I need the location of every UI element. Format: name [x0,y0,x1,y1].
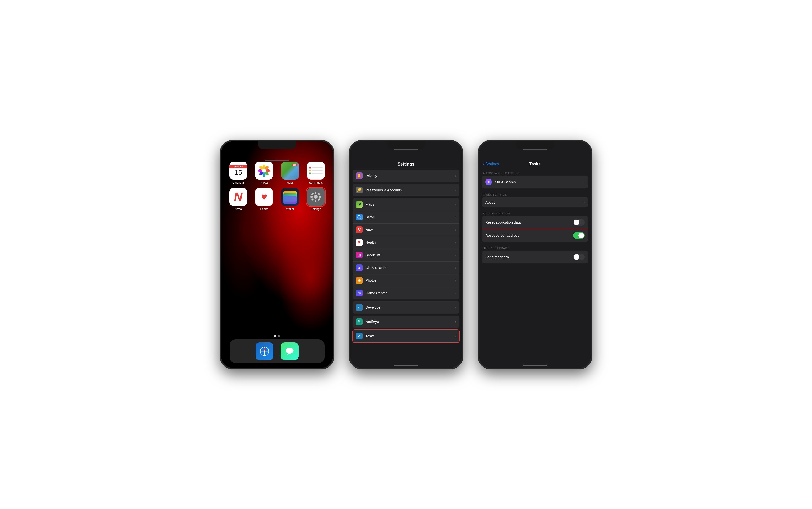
app-icon-settings [307,188,325,206]
settings-row-developer[interactable]: ⬦ Developer › [353,301,459,314]
tasks-row-send-feedback[interactable]: Send feedback [482,250,588,264]
tasks-row-siri-search[interactable]: Siri & Search › [482,176,588,189]
dot-1 [274,335,276,337]
maps-icon: 🗺 [356,201,362,208]
settings-group-notifeye: 🔍 NotifEye › [353,315,459,328]
developer-icon: ⬦ [356,304,362,311]
settings-group-apps: 🗺 Maps › Safari › N News [353,198,459,299]
shortcuts-label: Shortcuts [365,253,455,257]
app-item-wallet[interactable]: Wallet [279,188,301,211]
app-label-wallet: Wallet [286,207,294,211]
svg-point-22 [286,348,293,353]
app-label-reminders: Reminders [309,181,323,184]
tasks-row-about[interactable]: About › [482,197,588,207]
settings-group-passwords: 🔑 Passwords & Accounts › [353,184,459,196]
app-icon-safari-dock [255,342,274,360]
settings-row-siri[interactable]: ◉ Siri & Search › [353,262,459,274]
tasks-screen: ‹ Settings Tasks ALLOW TASKS TO ACCESS [479,141,591,368]
siri-search-icon [485,179,492,185]
maps-label: Maps [365,202,455,206]
settings-row-maps[interactable]: 🗺 Maps › [353,198,459,211]
tasks-content: ALLOW TASKS TO ACCESS [479,169,591,363]
app-label-calendar: Calendar [233,181,244,184]
reset-server-toggle[interactable] [573,232,585,239]
developer-label: Developer [365,305,455,309]
app-label-settings: Settings [311,207,321,211]
privacy-icon: ✋ [356,172,362,179]
app-icon-photos [255,162,273,180]
settings-row-health[interactable]: ♥ Health › [353,236,459,249]
tasks-row-reset-server[interactable]: Reset server address [482,229,588,242]
notifeye-label: NotifEye [365,319,455,324]
home-screen: Monday 15 Calendar [221,141,333,368]
settings-row-safari[interactable]: Safari › [353,211,459,224]
settings-row-notifeye[interactable]: 🔍 NotifEye › [353,315,459,328]
tasks-page-title: Tasks [529,162,541,167]
maps-badge: 280 [292,164,297,166]
dock [230,339,324,363]
app-item-photos[interactable]: Photos [253,162,275,184]
app-icon-messages-dock [281,342,298,360]
dock-safari[interactable] [255,342,274,360]
tasks-row-reset-app-data[interactable]: Reset application data [482,216,588,229]
reset-app-data-label: Reset application data [485,220,573,224]
app-icon-wallet [281,188,299,206]
app-grid-row1: Monday 15 Calendar [227,162,327,184]
app-item-health[interactable]: ♥ Health [253,188,275,211]
status-bar-1 [227,152,327,162]
page-dots [227,335,327,337]
app-icon-maps: 280 [281,162,299,180]
phone-3-tasks: ‹ Settings Tasks ALLOW TASKS TO ACCESS [478,140,592,369]
photos-label: Photos [365,278,455,282]
reminder-line-3 [309,172,323,174]
tasks-group-advanced: Reset application data Reset server addr… [482,216,588,242]
settings-row-tasks[interactable]: ✓ Tasks › [353,330,459,342]
reset-app-data-toggle[interactable] [573,219,585,226]
app-label-news: News [235,207,242,211]
shortcuts-icon: ⊞ [356,252,362,259]
settings-group-developer: ⬦ Developer › [353,301,459,314]
app-item-settings[interactable]: Settings [305,188,327,211]
photos-icon-settings: ◈ [356,277,362,284]
settings-list: ✋ Privacy › 🔑 Passwords & Accounts › [350,170,462,363]
app-item-calendar[interactable]: Monday 15 Calendar [227,162,249,184]
tasks-group-help: Send feedback [482,250,588,264]
toggle-thumb-off-2 [574,254,579,260]
reminder-line-2 [309,170,323,171]
settings-row-passwords[interactable]: 🔑 Passwords & Accounts › [353,184,459,196]
tasks-back-button[interactable]: ‹ Settings [483,162,499,167]
app-item-maps[interactable]: 280 Maps [279,162,301,184]
news-label: News [365,228,455,232]
reminders-content [307,165,324,176]
settings-row-photos[interactable]: ◈ Photos › [353,274,459,287]
app-item-reminders[interactable]: Reminders [305,162,327,184]
reset-server-label: Reset server address [485,233,573,237]
tasks-nav-bar: ‹ Settings Tasks [479,151,591,169]
app-icon-news: N [229,188,247,206]
settings-group-privacy: ✋ Privacy › [353,170,459,182]
safari-label: Safari [365,215,455,219]
settings-row-shortcuts[interactable]: ⊞ Shortcuts › [353,249,459,262]
bottom-bar-3 [523,365,547,366]
settings-row-news[interactable]: N News › [353,224,459,236]
bottom-bar-2 [394,365,418,366]
dock-messages[interactable] [281,342,298,360]
home-content: Monday 15 Calendar [221,141,333,368]
siri-search-label: Siri & Search [495,180,584,184]
health-icon-settings: ♥ [356,239,362,246]
passwords-label: Passwords & Accounts [365,188,455,192]
health-label: Health [365,240,455,244]
tasks-group-settings: About › [482,197,588,207]
app-label-health: Health [260,207,269,211]
app-item-news[interactable]: N News [227,188,249,211]
send-feedback-toggle[interactable] [573,254,585,260]
app-icon-health: ♥ [255,188,273,206]
app-icon-calendar: Monday 15 [229,162,247,180]
settings-row-privacy[interactable]: ✋ Privacy › [353,170,459,182]
settings-row-gamecenter[interactable]: ⊕ Game Center › [353,287,459,299]
svg-rect-12 [311,196,313,198]
tasks-icon-settings: ✓ [356,333,362,339]
svg-rect-16 [311,198,314,201]
settings-screen: Settings ✋ Privacy › 🔑 Pas [350,141,462,368]
notifeye-icon: 🔍 [356,318,362,325]
